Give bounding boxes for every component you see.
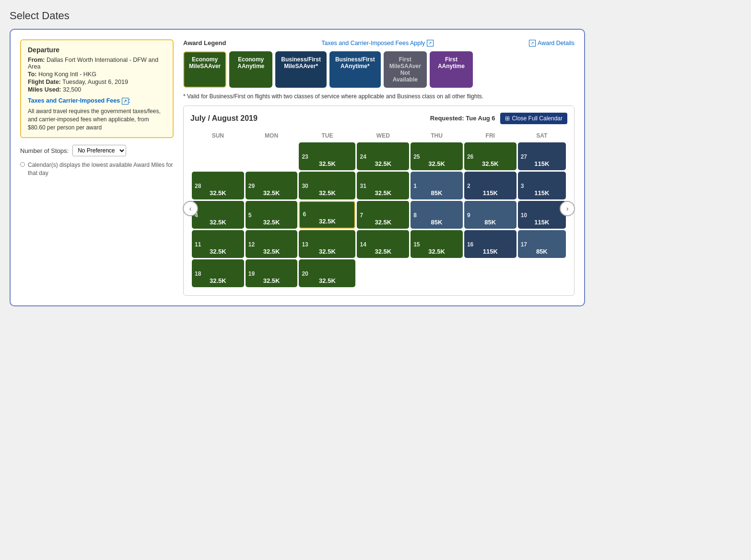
calendar-day-6[interactable]: 632.5K [299,201,355,229]
legend-box-business-milesaaver[interactable]: Business/FirstMileSAAver* [275,51,327,88]
day-number: 2 [467,183,470,189]
calendar-week-3: 1132.5K1232.5K1332.5K1432.5K1532.5K16115… [192,230,566,258]
calendar-empty-cell [411,259,463,287]
award-details-link[interactable]: ↗ Award Details [529,40,575,47]
legend-box-business-aanytime[interactable]: Business/FirstAAnytime* [329,51,381,88]
table-cell: 1132.5K [192,230,244,258]
table-cell: 2115K [464,172,516,199]
day-number: 27 [521,153,527,160]
calendar-day-29[interactable]: 2932.5K [246,172,298,199]
calendar-day-25[interactable]: 2532.5K [411,142,463,170]
table-cell: 185K [411,172,463,199]
calendar-day-12[interactable]: 1232.5K [246,230,298,258]
table-cell: 1532.5K [411,230,463,258]
day-miles: 32.5K [360,248,406,255]
close-calendar-button[interactable]: ⊞ Close Full Calendar [500,113,567,124]
calendar-day-30[interactable]: 3032.5K [299,172,355,199]
weekday-sat: SAT [518,130,566,141]
day-number: 3 [521,183,524,189]
legend-box-first-not-available[interactable]: FirstMileSAAverNotAvailable [384,51,427,88]
calendar-empty-cell [192,142,244,170]
taxes-header-link[interactable]: Taxes and Carrier-Imposed Fees Apply ↗ [321,40,434,47]
calendar-day-14[interactable]: 1432.5K [357,230,409,258]
weekday-fri: FRI [464,130,516,141]
note-dot [20,162,25,167]
table-cell: 732.5K [357,201,409,229]
calendar-day-20[interactable]: 2032.5K [299,259,355,287]
award-details-ext-icon: ↗ [529,40,536,47]
day-number: 11 [195,241,201,248]
day-miles: 32.5K [467,160,514,167]
legend-box-economy-milesaaver[interactable]: EconomyMileSAAver [183,51,226,88]
day-number: 26 [467,153,473,160]
table-cell: 2432.5K [357,142,409,170]
calendar-header: July / August 2019 Requested: Tue Aug 6 … [190,113,567,124]
day-miles: 115K [521,189,563,197]
day-miles: 32.5K [195,219,241,226]
calendar-day-1[interactable]: 185K [411,172,463,199]
calendar-day-13[interactable]: 1332.5K [299,230,355,258]
day-number: 15 [413,241,420,248]
calendar-day-5[interactable]: 532.5K [246,201,298,229]
calendar-day-23[interactable]: 2332.5K [299,142,355,170]
day-number: 13 [302,241,308,248]
legend-box-economy-aanytime[interactable]: EconomyAAnytime [229,51,272,88]
calendar-day-3[interactable]: 3115K [518,172,566,199]
day-number: 1 [413,183,417,189]
weekday-wed: WED [357,130,409,141]
calendar-day-7[interactable]: 732.5K [357,201,409,229]
day-miles: 32.5K [195,248,241,255]
day-number: 31 [360,183,366,189]
taxes-section: Taxes and Carrier-Imposed Fees ↗: All aw… [28,97,166,131]
from-row: From: Dallas Fort Worth International - … [28,57,166,70]
from-value: Dallas Fort Worth International - DFW an… [28,57,158,70]
next-month-button[interactable]: › [560,201,575,216]
day-number: 7 [360,212,363,219]
table-cell: 10115K [518,201,566,229]
calendar-day-2[interactable]: 2115K [464,172,516,199]
day-miles: 32.5K [248,248,295,255]
departure-title: Departure [28,46,166,54]
calendar-right-header: Requested: Tue Aug 6 ⊞ Close Full Calend… [430,113,567,124]
calendar-day-10[interactable]: 10115K [518,201,566,229]
calendar-week-0: 2332.5K2432.5K2532.5K2632.5K27115K [192,142,566,170]
calendar-day-4[interactable]: 432.5K [192,201,244,229]
table-cell: 532.5K [246,201,298,229]
taxes-ext-icon: ↗ [427,40,434,47]
calendar-day-11[interactable]: 1132.5K [192,230,244,258]
calendar-day-27[interactable]: 27115K [518,142,566,170]
stops-select[interactable]: No Preference [72,145,126,156]
top-section: Departure From: Dallas Fort Worth Intern… [20,39,575,296]
prev-month-button[interactable]: ‹ [183,201,198,216]
flight-date-value: Tuesday, August 6, 2019 [62,79,128,85]
day-number: 28 [195,183,201,189]
weekday-sun: SUN [192,130,244,141]
table-cell: 3032.5K [299,172,355,199]
taxes-link[interactable]: Taxes and Carrier-Imposed Fees ↗: [28,97,130,104]
calendar-day-15[interactable]: 1532.5K [411,230,463,258]
day-miles: 32.5K [248,219,295,226]
calendar-day-9[interactable]: 985K [464,201,516,229]
calendar-day-19[interactable]: 1932.5K [246,259,298,287]
calendar-empty-cell [357,259,409,287]
day-miles: 32.5K [413,160,460,167]
calendar-day-17[interactable]: 1785K [518,230,566,258]
table-cell [246,142,298,170]
day-miles: 32.5K [360,189,406,197]
stops-label: Number of Stops: [20,147,69,154]
calendar-day-31[interactable]: 3132.5K [357,172,409,199]
calendar-body: 2332.5K2432.5K2532.5K2632.5K27115K2832.5… [192,142,566,287]
calendar-day-28[interactable]: 2832.5K [192,172,244,199]
calendar-day-24[interactable]: 2432.5K [357,142,409,170]
legend-box-first-aanytime[interactable]: FirstAAnytime [430,51,473,88]
table-cell: 2932.5K [246,172,298,199]
calendar-day-16[interactable]: 16115K [464,230,516,258]
calendar-day-26[interactable]: 2632.5K [464,142,516,170]
table-cell [518,259,566,287]
calendar-day-8[interactable]: 885K [411,201,463,229]
calendar-day-18[interactable]: 1832.5K [192,259,244,287]
page-title: Select Dates [10,10,741,22]
day-miles: 32.5K [302,189,352,197]
day-number: 23 [302,153,308,160]
weekday-thu: THU [411,130,463,141]
